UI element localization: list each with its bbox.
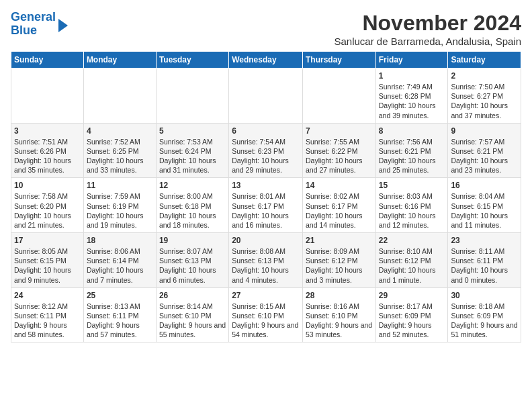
day-number: 30: [451, 291, 518, 300]
day-number: 25: [87, 291, 153, 300]
day-info: Sunrise: 8:11 AM Sunset: 6:11 PM Dayligh…: [451, 246, 518, 285]
calendar-cell: 8Sunrise: 7:56 AM Sunset: 6:21 PM Daylig…: [375, 123, 448, 178]
day-number: 11: [87, 181, 153, 190]
calendar-cell: 17Sunrise: 8:05 AM Sunset: 6:15 PM Dayli…: [11, 233, 84, 288]
weekday-header-cell: Sunday: [11, 52, 84, 68]
day-info: Sunrise: 8:10 AM Sunset: 6:12 PM Dayligh…: [379, 246, 445, 285]
day-info: Sunrise: 7:56 AM Sunset: 6:21 PM Dayligh…: [379, 137, 445, 175]
day-info: Sunrise: 7:58 AM Sunset: 6:20 PM Dayligh…: [14, 191, 81, 230]
day-info: Sunrise: 7:49 AM Sunset: 6:28 PM Dayligh…: [379, 82, 445, 120]
logo-arrow-icon: [58, 19, 68, 32]
calendar-cell: 25Sunrise: 8:13 AM Sunset: 6:11 PM Dayli…: [83, 287, 156, 342]
weekday-header-cell: Wednesday: [229, 52, 303, 68]
calendar-cell: 21Sunrise: 8:09 AM Sunset: 6:12 PM Dayli…: [302, 233, 375, 288]
day-number: 1: [379, 71, 445, 81]
month-title: November 2024: [334, 11, 521, 36]
calendar-cell: 28Sunrise: 8:16 AM Sunset: 6:10 PM Dayli…: [302, 287, 375, 342]
day-info: Sunrise: 8:01 AM Sunset: 6:17 PM Dayligh…: [232, 191, 300, 230]
calendar-cell: 13Sunrise: 8:01 AM Sunset: 6:17 PM Dayli…: [229, 178, 303, 233]
day-number: 13: [232, 181, 300, 190]
calendar-cell: 15Sunrise: 8:03 AM Sunset: 6:16 PM Dayli…: [375, 178, 448, 233]
location-subtitle: Sanlucar de Barrameda, Andalusia, Spain: [334, 36, 521, 47]
day-info: Sunrise: 8:14 AM Sunset: 6:10 PM Dayligh…: [159, 302, 226, 340]
calendar-cell: 1Sunrise: 7:49 AM Sunset: 6:28 PM Daylig…: [375, 68, 448, 124]
day-info: Sunrise: 8:08 AM Sunset: 6:13 PM Dayligh…: [232, 246, 300, 285]
day-number: 21: [306, 236, 373, 245]
header: General Blue November 2024 Sanlucar de B…: [11, 11, 521, 47]
day-info: Sunrise: 8:07 AM Sunset: 6:13 PM Dayligh…: [159, 246, 226, 285]
day-number: 26: [159, 291, 226, 300]
calendar-cell: [302, 68, 375, 124]
calendar-cell: 30Sunrise: 8:18 AM Sunset: 6:09 PM Dayli…: [448, 287, 521, 342]
calendar-cell: 5Sunrise: 7:53 AM Sunset: 6:24 PM Daylig…: [156, 123, 228, 178]
calendar-cell: 7Sunrise: 7:55 AM Sunset: 6:22 PM Daylig…: [302, 123, 375, 178]
day-info: Sunrise: 8:09 AM Sunset: 6:12 PM Dayligh…: [306, 246, 373, 285]
calendar-cell: 6Sunrise: 7:54 AM Sunset: 6:23 PM Daylig…: [229, 123, 303, 178]
day-info: Sunrise: 8:06 AM Sunset: 6:14 PM Dayligh…: [87, 246, 153, 285]
day-info: Sunrise: 8:04 AM Sunset: 6:15 PM Dayligh…: [451, 191, 518, 230]
calendar-cell: 4Sunrise: 7:52 AM Sunset: 6:25 PM Daylig…: [83, 123, 156, 178]
calendar-table: SundayMondayTuesdayWednesdayThursdayFrid…: [11, 51, 521, 342]
day-number: 14: [306, 181, 373, 190]
day-info: Sunrise: 8:05 AM Sunset: 6:15 PM Dayligh…: [14, 246, 81, 285]
calendar-cell: 27Sunrise: 8:15 AM Sunset: 6:10 PM Dayli…: [229, 287, 303, 342]
calendar-cell: 14Sunrise: 8:02 AM Sunset: 6:17 PM Dayli…: [302, 178, 375, 233]
calendar-cell: 10Sunrise: 7:58 AM Sunset: 6:20 PM Dayli…: [11, 178, 84, 233]
weekday-header-cell: Tuesday: [156, 52, 228, 68]
day-number: 4: [87, 126, 153, 136]
day-info: Sunrise: 7:52 AM Sunset: 6:25 PM Dayligh…: [87, 137, 153, 175]
calendar-cell: 23Sunrise: 8:11 AM Sunset: 6:11 PM Dayli…: [448, 233, 521, 288]
day-info: Sunrise: 7:51 AM Sunset: 6:26 PM Dayligh…: [14, 137, 81, 175]
day-number: 18: [87, 236, 153, 245]
calendar-week-row: 24Sunrise: 8:12 AM Sunset: 6:11 PM Dayli…: [11, 287, 521, 342]
day-number: 3: [14, 126, 81, 136]
day-number: 10: [14, 181, 81, 190]
calendar-cell: [83, 68, 156, 124]
weekday-header-cell: Thursday: [302, 52, 375, 68]
calendar-week-row: 17Sunrise: 8:05 AM Sunset: 6:15 PM Dayli…: [11, 233, 521, 288]
day-number: 24: [14, 291, 81, 300]
calendar-week-row: 1Sunrise: 7:49 AM Sunset: 6:28 PM Daylig…: [11, 68, 521, 124]
day-info: Sunrise: 8:16 AM Sunset: 6:10 PM Dayligh…: [306, 302, 373, 340]
calendar-week-row: 3Sunrise: 7:51 AM Sunset: 6:26 PM Daylig…: [11, 123, 521, 178]
calendar-cell: 9Sunrise: 7:57 AM Sunset: 6:21 PM Daylig…: [448, 123, 521, 178]
day-number: 2: [451, 71, 518, 81]
day-info: Sunrise: 8:13 AM Sunset: 6:11 PM Dayligh…: [87, 302, 153, 340]
day-number: 23: [451, 236, 518, 245]
calendar-week-row: 10Sunrise: 7:58 AM Sunset: 6:20 PM Dayli…: [11, 178, 521, 233]
day-info: Sunrise: 8:17 AM Sunset: 6:09 PM Dayligh…: [379, 302, 445, 340]
day-info: Sunrise: 7:53 AM Sunset: 6:24 PM Dayligh…: [159, 137, 226, 175]
logo-line1: General: [11, 11, 56, 24]
calendar-cell: 12Sunrise: 8:00 AM Sunset: 6:18 PM Dayli…: [156, 178, 228, 233]
day-number: 7: [306, 126, 373, 136]
day-number: 16: [451, 181, 518, 190]
calendar-cell: 18Sunrise: 8:06 AM Sunset: 6:14 PM Dayli…: [83, 233, 156, 288]
day-number: 28: [306, 291, 373, 300]
day-number: 5: [159, 126, 226, 136]
calendar-cell: 24Sunrise: 8:12 AM Sunset: 6:11 PM Dayli…: [11, 287, 84, 342]
day-number: 22: [379, 236, 445, 245]
day-info: Sunrise: 7:54 AM Sunset: 6:23 PM Dayligh…: [232, 137, 300, 175]
calendar-cell: 2Sunrise: 7:50 AM Sunset: 6:27 PM Daylig…: [448, 68, 521, 124]
calendar-cell: 29Sunrise: 8:17 AM Sunset: 6:09 PM Dayli…: [375, 287, 448, 342]
day-info: Sunrise: 8:03 AM Sunset: 6:16 PM Dayligh…: [379, 191, 445, 230]
day-info: Sunrise: 8:00 AM Sunset: 6:18 PM Dayligh…: [159, 191, 226, 230]
calendar-body: 1Sunrise: 7:49 AM Sunset: 6:28 PM Daylig…: [11, 68, 521, 342]
day-info: Sunrise: 8:12 AM Sunset: 6:11 PM Dayligh…: [14, 302, 81, 340]
day-info: Sunrise: 7:50 AM Sunset: 6:27 PM Dayligh…: [451, 82, 518, 120]
logo: General Blue: [11, 11, 68, 38]
day-info: Sunrise: 8:02 AM Sunset: 6:17 PM Dayligh…: [306, 191, 373, 230]
calendar-cell: [11, 68, 84, 124]
calendar-cell: 16Sunrise: 8:04 AM Sunset: 6:15 PM Dayli…: [448, 178, 521, 233]
day-number: 29: [379, 291, 445, 300]
weekday-header-cell: Saturday: [448, 52, 521, 68]
day-info: Sunrise: 8:15 AM Sunset: 6:10 PM Dayligh…: [232, 302, 300, 340]
weekday-header-row: SundayMondayTuesdayWednesdayThursdayFrid…: [11, 52, 521, 68]
title-block: November 2024 Sanlucar de Barrameda, And…: [334, 11, 521, 47]
day-info: Sunrise: 8:18 AM Sunset: 6:09 PM Dayligh…: [451, 302, 518, 340]
weekday-header-cell: Monday: [83, 52, 156, 68]
day-number: 27: [232, 291, 300, 300]
calendar-cell: 22Sunrise: 8:10 AM Sunset: 6:12 PM Dayli…: [375, 233, 448, 288]
calendar-cell: [229, 68, 303, 124]
day-info: Sunrise: 7:57 AM Sunset: 6:21 PM Dayligh…: [451, 137, 518, 175]
